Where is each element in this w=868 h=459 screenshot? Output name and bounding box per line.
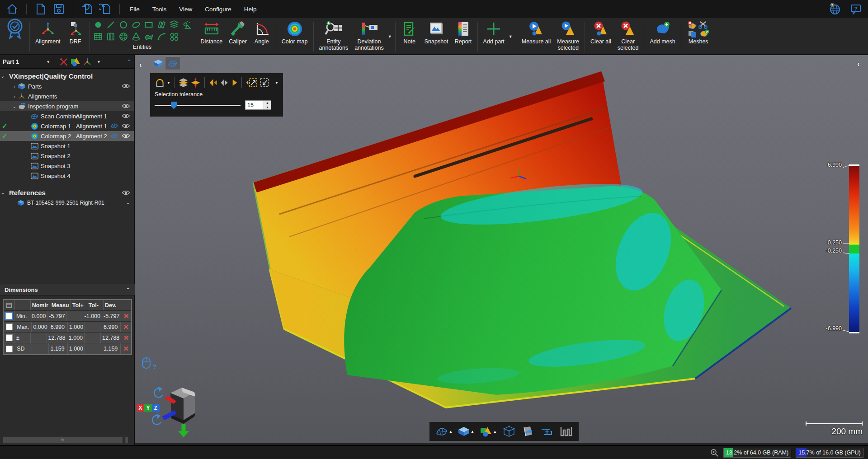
bounding-box-button[interactable] — [500, 423, 518, 440]
menu-tools[interactable]: Tools — [152, 6, 167, 13]
tree-item-snapshot3[interactable]: Snapshot 3 — [0, 161, 134, 171]
entity-line-icon[interactable] — [106, 20, 116, 30]
mesh-display-dropdown[interactable]: ▲ — [449, 430, 453, 434]
view-options-dropdown[interactable]: ▼ — [97, 60, 101, 64]
dimension-row-max[interactable]: Max. 0.000 6.990 1.000 6.990 ✕ — [4, 322, 131, 333]
distance-button[interactable]: Distance — [198, 19, 226, 54]
menu-help[interactable]: Help — [244, 6, 257, 13]
entity-curve-icon[interactable] — [156, 32, 166, 42]
left-panel-scrollbar[interactable] — [3, 436, 123, 444]
help-button[interactable]: ? — [848, 2, 863, 16]
dimensions-header[interactable]: Dimensions ⌃ — [0, 284, 135, 295]
tree-item-snapshot2[interactable]: Snapshot 2 — [0, 151, 134, 161]
menu-file[interactable]: File — [130, 6, 140, 13]
chevron-down-icon[interactable]: ⌄ — [0, 190, 5, 195]
row-checkbox[interactable] — [6, 346, 13, 352]
part-selector[interactable]: Part 1 — [3, 58, 19, 65]
dimension-row-plusminus[interactable]: ± 12.788 1.000 12.788 ✕ — [4, 333, 131, 343]
collapse-left-panel-chevron[interactable]: ‹ — [139, 61, 142, 70]
visibility-eye-icon[interactable] — [122, 189, 130, 196]
note-button[interactable]: Note — [398, 19, 421, 54]
menu-configure[interactable]: Configure — [205, 6, 231, 13]
selection-tolerance-slider[interactable] — [155, 102, 241, 109]
expand-selection-box-icon[interactable] — [245, 77, 258, 89]
entities-display-button[interactable]: ▲ — [477, 423, 499, 440]
tree-references[interactable]: ⌄ References — [0, 187, 134, 198]
slider-handle[interactable] — [171, 102, 177, 109]
selection-tolerance-input[interactable] — [245, 101, 264, 109]
entity-sphere-icon[interactable] — [118, 32, 128, 42]
contract-selection-box-icon[interactable] — [259, 77, 270, 89]
select-visible-icon[interactable] — [190, 77, 201, 89]
mouse-help-button[interactable]: ? — [141, 357, 156, 370]
visibility-eye-icon[interactable] — [122, 83, 130, 89]
save-session-button[interactable] — [51, 2, 66, 16]
deviation-annotations-dropdown[interactable]: ▼ — [388, 34, 392, 39]
grow-selection-icon[interactable] — [208, 77, 218, 88]
tree-item-alignments[interactable]: › Alignments — [0, 91, 134, 101]
cad-display-dropdown[interactable]: ▲ — [471, 430, 474, 434]
chevron-collapse-icon[interactable]: ⌄ — [126, 199, 130, 206]
mesh-view-tab[interactable] — [165, 57, 180, 70]
dimension-row-min[interactable]: Min. 0.000 -5.797 -1.000 -5.797 ✕ — [4, 311, 131, 322]
chevron-right-icon[interactable]: › — [12, 94, 17, 99]
entity-sketch-icon[interactable] — [182, 20, 192, 30]
entity-rectangle-icon[interactable] — [144, 20, 154, 30]
panel-collapse-button[interactable]: ⌃ — [127, 59, 131, 65]
measure-all-button[interactable]: Measure all — [519, 19, 554, 54]
visibility-eye-icon[interactable] — [122, 122, 130, 129]
home-button[interactable] — [5, 2, 20, 16]
hide-alignments-button[interactable] — [58, 56, 70, 67]
clear-all-button[interactable]: Clear all — [587, 19, 614, 54]
entity-points-icon[interactable] — [169, 32, 179, 42]
meshes-button[interactable]: Meshes — [684, 19, 713, 54]
menu-view[interactable]: View — [179, 6, 192, 13]
chevron-down-icon[interactable]: ⌄ — [12, 104, 17, 109]
slider-track[interactable] — [155, 105, 241, 106]
tree-item-reference-file[interactable]: BT-105452-999-2501 Right-R01 ⌄ — [0, 198, 134, 208]
tree-item-colormap2[interactable]: ✓ Colormap 2 Alignment 2 — [0, 131, 134, 141]
entity-ellipse-icon[interactable] — [131, 20, 141, 30]
angle-button[interactable]: Angle — [250, 19, 274, 54]
part-selector-dropdown[interactable]: ▼ — [46, 60, 50, 64]
shrink-selection-icon[interactable] — [220, 77, 229, 88]
left-panel-scrollbar-end[interactable] — [125, 436, 128, 444]
tree-item-scan-combine[interactable]: Scan Combine Alignment 1 — [0, 111, 134, 121]
alignment-button[interactable]: Alignment — [32, 19, 64, 54]
tree-item-snapshot1[interactable]: Snapshot 1 — [0, 141, 134, 151]
row-checkbox[interactable] — [6, 323, 13, 330]
snapshot-button[interactable]: Snapshot — [421, 19, 452, 54]
tree-item-parts[interactable]: › Parts — [0, 81, 134, 91]
mesh-display-button[interactable]: ▲ — [433, 423, 455, 440]
show-triad-button[interactable] — [81, 56, 93, 67]
dimensions-collapse-button[interactable]: ⌃ — [126, 287, 130, 293]
entity-cone-icon[interactable] — [131, 32, 141, 42]
tree-item-snapshot4[interactable]: Snapshot 4 — [0, 171, 134, 181]
visibility-eye-icon[interactable] — [122, 132, 130, 139]
online-services-button[interactable]: ? — [827, 2, 843, 16]
entity-point-icon[interactable] — [93, 20, 103, 30]
tree-root[interactable]: ⌄ VXinspect|Quality Control — [0, 70, 134, 81]
measure-selected-button[interactable]: Measure selected — [554, 19, 582, 54]
entities-display-dropdown[interactable]: ▲ — [493, 430, 497, 434]
viewport-3d[interactable]: ‹ ‹ ▼ — [135, 55, 868, 443]
drf-button[interactable]: DRF — [64, 19, 87, 54]
cad-display-button[interactable]: ▲ — [456, 423, 476, 440]
cad-view-tab[interactable] — [151, 57, 165, 70]
chevron-right-icon[interactable]: › — [12, 84, 17, 89]
invert-selection-icon[interactable] — [231, 77, 238, 88]
visibility-eye-icon[interactable] — [122, 103, 130, 109]
dimension-row-sd[interactable]: SD 1.159 1.000 1.159 ✕ — [4, 343, 131, 354]
collapse-right-panel-chevron[interactable]: ‹ — [857, 60, 860, 69]
entity-annotations-button[interactable]: Entity annotations — [316, 19, 352, 54]
cross-section-button[interactable] — [538, 423, 556, 440]
entity-surface-icon[interactable] — [144, 32, 154, 42]
add-part-dropdown[interactable]: ▼ — [509, 34, 513, 39]
selection-mode-dropdown[interactable]: ▼ — [167, 81, 170, 85]
import-session-button[interactable] — [80, 2, 95, 16]
spin-up-button[interactable]: ▲ — [264, 101, 271, 105]
visibility-eye-icon[interactable] — [122, 112, 130, 119]
new-session-button[interactable] — [33, 2, 48, 16]
caliper-button[interactable]: Caliper — [226, 19, 250, 54]
report-button[interactable]: Report — [452, 19, 475, 54]
